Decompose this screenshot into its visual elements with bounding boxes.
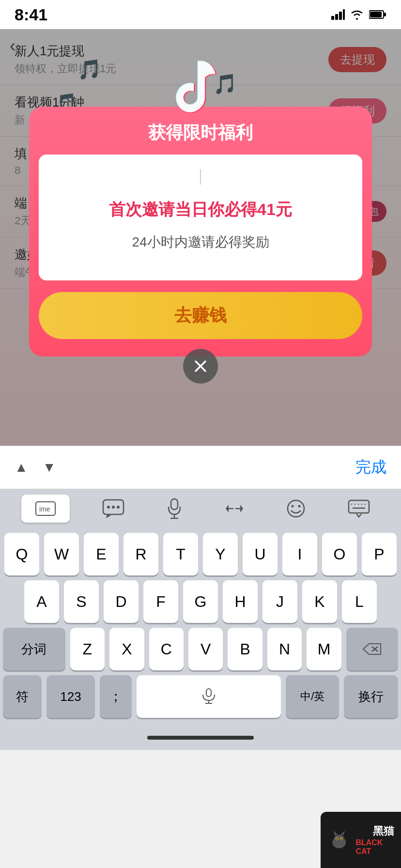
svg-point-40 (340, 837, 341, 840)
key-k[interactable]: K (302, 580, 337, 623)
key-row-2: A S D F G H J K L (3, 580, 398, 623)
space-mic-icon (201, 688, 216, 705)
svg-rect-21 (349, 500, 369, 513)
keyboard: Q W E R T Y U I O P A S D F G H J K L 分词… (0, 528, 401, 726)
toolbar-up[interactable]: ▲ (15, 460, 28, 475)
svg-rect-30 (206, 689, 211, 697)
ime-icon: ime (35, 500, 56, 517)
toolbar-nav: ▲ ▼ (15, 460, 56, 475)
wifi-icon (350, 9, 364, 20)
cat-english-label: BLACK CAT (355, 838, 394, 856)
chat-icon (102, 499, 124, 518)
battery-icon (369, 10, 386, 19)
cursor-line (200, 169, 201, 185)
key-chinese[interactable]: 中/英 (286, 675, 339, 718)
key-return[interactable]: 换行 (344, 675, 398, 718)
svg-point-12 (107, 506, 110, 509)
toolbar-done[interactable]: 完成 (355, 457, 386, 478)
home-indicator (147, 736, 254, 740)
keyboard-hide-icon (348, 499, 370, 518)
key-fenci[interactable]: 分词 (3, 628, 65, 670)
key-h[interactable]: H (223, 580, 258, 623)
key-r[interactable]: R (123, 533, 158, 575)
svg-point-13 (112, 506, 115, 509)
cursor-icon (225, 500, 244, 517)
key-semicolon[interactable]: ； (100, 675, 132, 718)
key-p[interactable]: P (362, 533, 397, 575)
key-u[interactable]: U (243, 533, 278, 575)
key-123[interactable]: 123 (46, 675, 95, 718)
key-row-4: 符 123 ； 中/英 换行 (3, 675, 398, 718)
svg-rect-1 (335, 14, 338, 20)
svg-rect-0 (331, 16, 334, 20)
key-j[interactable]: J (262, 580, 297, 623)
key-y[interactable]: Y (203, 533, 238, 575)
key-delete[interactable] (346, 628, 398, 670)
modal-card: 获得限时福利 首次邀请当日你必得41元 24小时内邀请必得奖励 去赚钱 (29, 107, 372, 356)
key-e[interactable]: E (84, 533, 119, 575)
mic-icon (167, 498, 182, 519)
cta-button[interactable]: 去赚钱 (39, 292, 362, 339)
key-o[interactable]: O (322, 533, 357, 575)
key-m[interactable]: M (307, 628, 341, 670)
key-t[interactable]: T (163, 533, 198, 575)
modal-content-box: 首次邀请当日你必得41元 24小时内邀请必得奖励 (39, 155, 362, 280)
delete-icon (362, 642, 382, 656)
svg-point-20 (298, 505, 300, 508)
key-l[interactable]: L (342, 580, 377, 623)
key-w[interactable]: W (44, 533, 79, 575)
chat-button[interactable] (93, 495, 134, 523)
svg-rect-5 (370, 12, 382, 17)
ime-row: ime (0, 489, 401, 528)
app-background: ‹ 新人1元提现 领特权，立即提现1元 去提现 看视频1分钟 新 领福利 填 8 (0, 29, 401, 446)
svg-marker-35 (333, 831, 338, 836)
close-button[interactable] (183, 349, 218, 384)
key-c[interactable]: C (149, 628, 184, 670)
mic-button[interactable] (157, 495, 192, 523)
signal-icon (331, 9, 345, 20)
modal-subtext: 24小时内邀请必得奖励 (132, 233, 269, 251)
svg-point-39 (337, 837, 338, 840)
svg-point-18 (288, 500, 304, 517)
key-x[interactable]: X (109, 628, 144, 670)
key-v[interactable]: V (188, 628, 223, 670)
modal-headline: 首次邀请当日你必得41元 (109, 198, 292, 221)
svg-rect-3 (343, 9, 345, 20)
svg-text:ime: ime (39, 505, 50, 513)
key-s[interactable]: S (64, 580, 99, 623)
key-a[interactable]: A (24, 580, 59, 623)
ime-button[interactable]: ime (21, 495, 70, 523)
key-d[interactable]: D (104, 580, 139, 623)
svg-point-19 (291, 505, 293, 508)
status-bar: 8:41 (0, 0, 401, 29)
toolbar-down[interactable]: ▼ (43, 460, 56, 475)
key-n[interactable]: N (267, 628, 302, 670)
toolbar-row: ▲ ▼ 完成 (0, 446, 401, 489)
emoji-icon (286, 499, 306, 518)
key-b[interactable]: B (228, 628, 262, 670)
svg-rect-6 (384, 13, 386, 16)
status-icons (331, 9, 386, 20)
status-time: 8:41 (15, 5, 47, 24)
home-indicator-area (0, 726, 401, 750)
cat-icon (327, 826, 351, 853)
svg-rect-15 (171, 499, 178, 510)
key-g[interactable]: G (183, 580, 218, 623)
svg-point-34 (334, 835, 344, 844)
key-q[interactable]: Q (4, 533, 39, 575)
black-cat-watermark: 黑猫 BLACK CAT (321, 812, 401, 868)
key-space[interactable] (137, 675, 281, 718)
svg-point-14 (117, 506, 120, 509)
emoji-button[interactable] (277, 495, 315, 523)
svg-marker-36 (341, 831, 345, 836)
cat-chinese-label: 黑猫 (355, 824, 394, 838)
key-row-3: 分词 Z X C V B N M (3, 628, 398, 670)
key-f[interactable]: F (143, 580, 178, 623)
key-row-1: Q W E R T Y U I O P (3, 533, 398, 575)
key-symbol[interactable]: 符 (3, 675, 42, 718)
key-i[interactable]: I (282, 533, 317, 575)
key-z[interactable]: Z (70, 628, 105, 670)
cursor-button[interactable] (215, 495, 254, 523)
close-icon (193, 358, 208, 374)
keyboard-hide-button[interactable] (338, 495, 380, 523)
